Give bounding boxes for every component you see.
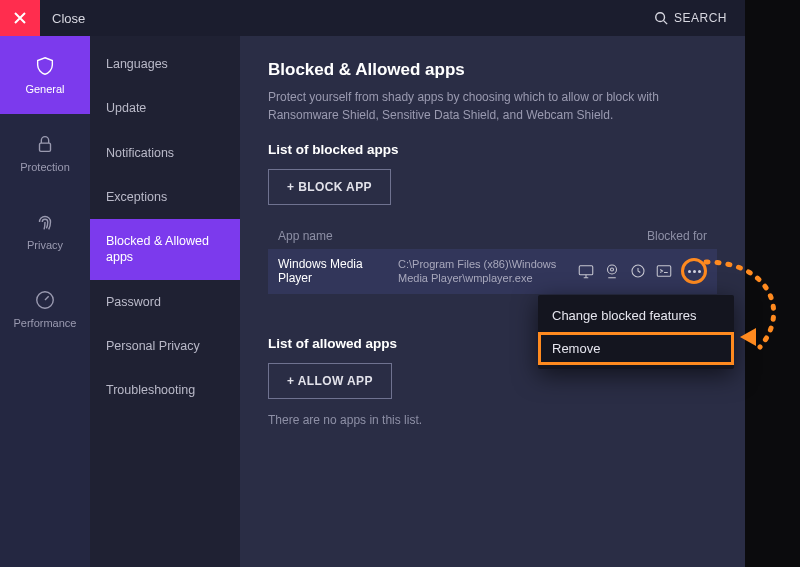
submenu-item-update[interactable]: Update [90,86,240,130]
settings-submenu: Languages Update Notifications Exception… [90,36,240,567]
sidebar-rail: General Protection Privacy Performance [0,36,90,567]
search-icon [654,11,668,25]
table-row: Windows Media Player C:\Program Files (x… [268,249,717,294]
fingerprint-icon [34,211,56,233]
search-label: SEARCH [674,11,727,25]
shield-icon [34,55,56,77]
svg-point-0 [656,13,665,22]
webcam-icon [603,262,621,280]
rail-item-protection[interactable]: Protection [0,114,90,192]
row-app-path: C:\Program Files (x86)\Windows Media Pla… [398,257,577,286]
block-app-button[interactable]: + BLOCK APP [268,169,391,205]
page-description: Protect yourself from shady apps by choo… [268,88,698,124]
close-label[interactable]: Close [52,11,85,26]
lock-icon [34,133,56,155]
submenu-item-blocked-allowed-apps[interactable]: Blocked & Allowed apps [90,219,240,280]
rail-label: General [25,83,64,95]
svg-rect-1 [40,143,51,151]
svg-point-5 [611,268,614,271]
more-options-button[interactable] [681,258,707,284]
col-header-appname: App name [278,229,398,243]
allowed-empty-message: There are no apps in this list. [268,413,717,427]
monitor-icon [577,262,595,280]
close-icon [14,12,26,24]
close-button[interactable] [0,0,40,36]
rail-item-general[interactable]: General [0,36,90,114]
row-icons [577,258,707,284]
rail-label: Privacy [27,239,63,251]
app-window: Close SEARCH General Protection Privacy [0,0,745,567]
terminal-icon [655,262,673,280]
context-item-change-features[interactable]: Change blocked features [538,299,734,332]
rail-item-privacy[interactable]: Privacy [0,192,90,270]
context-item-remove[interactable]: Remove [538,332,734,365]
data-shield-icon [629,262,647,280]
context-menu: Change blocked features Remove [538,295,734,369]
submenu-item-password[interactable]: Password [90,280,240,324]
submenu-item-languages[interactable]: Languages [90,42,240,86]
blocked-heading: List of blocked apps [268,142,717,157]
rail-label: Protection [20,161,70,173]
rail-label: Performance [14,317,77,329]
svg-rect-7 [657,266,671,277]
submenu-item-personal-privacy[interactable]: Personal Privacy [90,324,240,368]
gauge-icon [34,289,56,311]
submenu-item-troubleshooting[interactable]: Troubleshooting [90,368,240,412]
titlebar: Close SEARCH [0,0,745,36]
allow-app-button[interactable]: + ALLOW APP [268,363,392,399]
page-title: Blocked & Allowed apps [268,60,717,80]
row-app-name: Windows Media Player [278,257,398,285]
rail-item-performance[interactable]: Performance [0,270,90,348]
table-header: App name Blocked for [268,223,717,249]
submenu-item-notifications[interactable]: Notifications [90,131,240,175]
svg-rect-3 [579,266,593,275]
more-icon [688,270,701,273]
search-button[interactable]: SEARCH [654,11,727,25]
svg-point-4 [608,265,617,274]
submenu-item-exceptions[interactable]: Exceptions [90,175,240,219]
col-header-blockedfor: Blocked for [577,229,707,243]
